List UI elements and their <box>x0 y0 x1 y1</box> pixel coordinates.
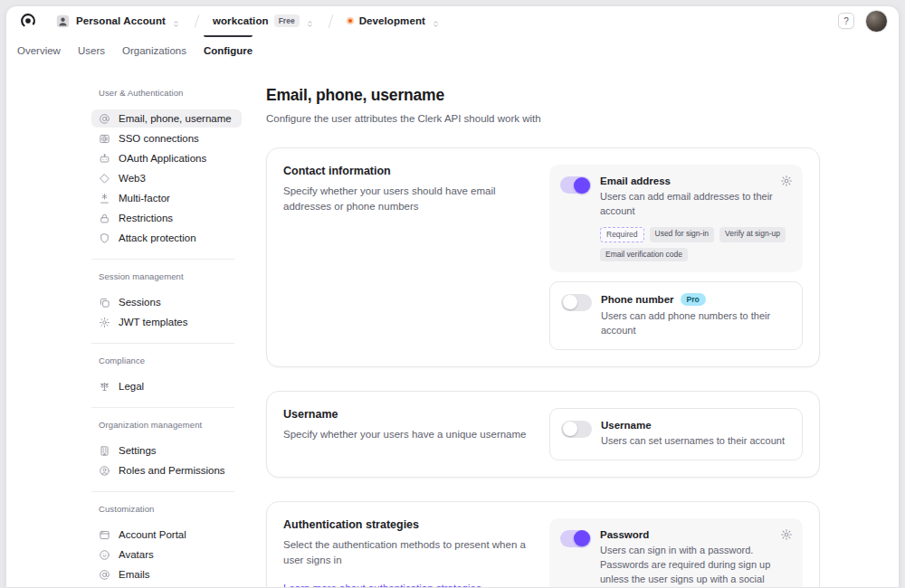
copy-squares-icon <box>99 297 110 308</box>
username-card: Username Specify whether your users have… <box>266 391 820 478</box>
scale-icon <box>99 381 110 393</box>
shield-icon <box>99 232 110 244</box>
sidebar: User & Authentication Email, phone, user… <box>91 86 242 588</box>
sso-card-icon <box>99 133 110 145</box>
sidebar-divider <box>91 259 234 260</box>
sidebar-divider <box>91 343 234 344</box>
account-avatar-icon <box>55 14 71 29</box>
tab-configure[interactable]: Configure <box>204 35 252 66</box>
card-title: Authentication strategies <box>283 518 532 531</box>
badge-verify-at-sign-up: Verify at sign-up <box>719 227 786 242</box>
main-content: Email, phone, username Configure the use… <box>266 86 820 588</box>
smiley-icon <box>99 549 110 561</box>
sidebar-section-title: Organization management <box>99 420 242 430</box>
sidebar-item-legal[interactable]: Legal <box>91 377 242 395</box>
sidebar-section-title: User & Authentication <box>99 88 242 98</box>
sidebar-item-avatars[interactable]: Avatars <box>91 545 242 564</box>
card-description: Select the authentication methods to pre… <box>283 537 532 569</box>
card-title: Username <box>283 408 532 421</box>
settings-gear-icon[interactable] <box>780 528 793 541</box>
top-bar: Personal Account workcation Free Develop… <box>6 6 899 35</box>
clerk-logo-icon <box>19 12 37 30</box>
sidebar-item-emails[interactable]: Emails <box>91 565 242 583</box>
chevrons-up-down-icon[interactable] <box>305 16 315 26</box>
phone-number-panel: Phone number Pro Users can add phone num… <box>549 281 803 350</box>
chevrons-up-down-icon[interactable] <box>431 16 441 26</box>
sidebar-item-attack-protection[interactable]: Attack protection <box>91 229 242 247</box>
help-button[interactable]: ? <box>838 13 854 29</box>
at-sign-icon <box>99 113 110 125</box>
sidebar-section-title: Session management <box>99 271 242 281</box>
sidebar-item-roles-permissions[interactable]: Roles and Permissions <box>91 461 242 479</box>
app-window: Personal Account workcation Free Develop… <box>5 5 900 588</box>
asterisk-icon <box>99 193 110 204</box>
page-title: Email, phone, username <box>266 86 820 105</box>
phone-number-toggle[interactable] <box>561 294 592 311</box>
badge-used-for-sign-in: Used for sign-in <box>650 227 715 242</box>
breadcrumb-separator <box>195 14 200 28</box>
sidebar-item-label: Roles and Permissions <box>119 465 225 476</box>
sidebar-item-label: OAuth Applications <box>119 153 206 164</box>
settings-gear-icon[interactable] <box>780 175 793 187</box>
contact-information-card: Contact information Specify whether your… <box>266 147 820 367</box>
sidebar-item-label: Attack protection <box>119 232 196 243</box>
user-avatar[interactable] <box>865 10 888 33</box>
card-description: Specify whether your users have a unique… <box>283 427 532 442</box>
badge-email-verification-code: Email verification code <box>600 248 688 261</box>
email-address-panel: Email address Users can add email addres… <box>549 165 803 272</box>
building-icon <box>99 445 110 457</box>
username-toggle[interactable] <box>561 421 592 438</box>
card-title: Contact information <box>283 165 532 177</box>
sidebar-item-label: Legal <box>119 381 144 392</box>
panel-title: Username <box>601 420 652 431</box>
sidebar-item-sso-connections[interactable]: SSO connections <box>91 129 242 147</box>
page-subtitle: Configure the user attributes the Clerk … <box>266 113 820 124</box>
sidebar-item-label: Emails <box>119 569 150 580</box>
chevrons-up-down-icon[interactable] <box>171 16 181 26</box>
sidebar-item-email-phone-username[interactable]: Email, phone, username <box>91 109 242 128</box>
sidebar-item-jwt-templates[interactable]: JWT templates <box>91 313 242 331</box>
learn-more-link[interactable]: Learn more about authentication strategi… <box>283 583 481 588</box>
breadcrumb-separator <box>328 14 333 28</box>
panel-description: Users can add email addresses to their a… <box>600 190 786 219</box>
sidebar-item-restrictions[interactable]: Restrictions <box>91 209 242 227</box>
browser-icon <box>99 529 110 541</box>
tab-bar: Overview Users Organizations Configure <box>6 35 899 66</box>
sidebar-item-account-portal[interactable]: Account Portal <box>91 526 242 544</box>
sidebar-item-org-settings[interactable]: Settings <box>91 441 242 460</box>
breadcrumb-account-label: Personal Account <box>76 15 166 26</box>
sidebar-section-title: Compliance <box>99 356 242 365</box>
sidebar-item-label: JWT templates <box>119 317 187 327</box>
tab-users[interactable]: Users <box>78 35 105 66</box>
sidebar-item-label: Avatars <box>119 549 154 560</box>
gear-icon <box>99 317 110 328</box>
breadcrumb-personal-account[interactable]: Personal Account <box>55 14 181 29</box>
panel-title: Phone number <box>601 294 674 305</box>
sidebar-item-label: Sessions <box>119 297 161 308</box>
sidebar-item-sessions[interactable]: Sessions <box>91 293 242 311</box>
badge-required: Required <box>600 227 644 242</box>
sidebar-item-label: Account Portal <box>119 529 186 540</box>
sidebar-item-web3[interactable]: Web3 <box>91 169 242 187</box>
password-toggle[interactable] <box>560 530 591 547</box>
password-panel: Password Users can sign in with a passwo… <box>549 518 803 588</box>
panel-title: Password <box>600 529 649 540</box>
authentication-strategies-card: Authentication strategies Select the aut… <box>266 501 820 588</box>
tab-overview[interactable]: Overview <box>17 35 61 66</box>
breadcrumb-workspace[interactable]: workcation Free <box>213 14 315 27</box>
free-plan-badge: Free <box>274 14 300 27</box>
breadcrumb-environment[interactable]: Development <box>347 15 441 26</box>
environment-dot-icon <box>347 17 354 24</box>
lock-icon <box>99 213 110 224</box>
sidebar-item-label: Restrictions <box>119 213 173 223</box>
pro-badge: Pro <box>681 293 706 306</box>
tab-organizations[interactable]: Organizations <box>122 35 186 66</box>
sidebar-item-multi-factor[interactable]: Multi-factor <box>91 189 242 207</box>
email-address-toggle[interactable] <box>560 176 591 194</box>
sidebar-item-label: Settings <box>119 445 157 456</box>
sidebar-item-oauth-applications[interactable]: OAuth Applications <box>91 149 242 167</box>
breadcrumb-environment-label: Development <box>359 15 425 26</box>
diamond-icon <box>99 173 110 185</box>
sidebar-item-label: Web3 <box>119 173 146 184</box>
sidebar-divider <box>91 491 234 492</box>
